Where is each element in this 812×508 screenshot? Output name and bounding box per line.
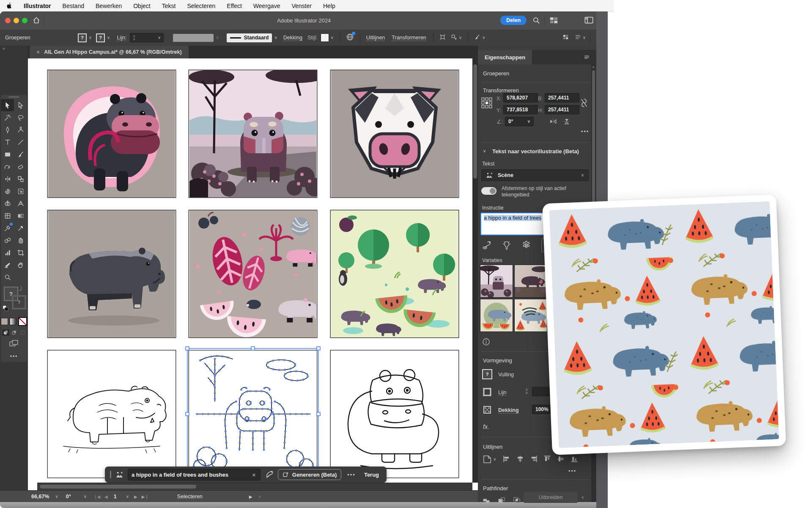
angle-field[interactable]: 0°∨ [505,117,534,126]
artboard-hippo-watermelon-pattern-green[interactable] [331,210,458,337]
artboard-chevron-icon[interactable]: ∨ [126,494,129,499]
menu-object[interactable]: Object [133,3,150,9]
t2v-type-dropdown[interactable]: Scène ∨ [481,169,589,181]
align-center-h-icon[interactable] [516,455,524,464]
horizontal-scroll-thumb[interactable] [40,485,196,489]
artboard-hippo-line-art-detailed[interactable] [48,351,176,478]
selection-tool[interactable] [1,99,14,111]
workspace-switcher-icon[interactable] [550,17,558,25]
arrange-chevron-icon[interactable]: ∨ [583,36,586,40]
gradient-button[interactable] [10,318,17,325]
lasso-tool[interactable] [14,111,27,124]
panel-layout-icon[interactable] [584,17,593,25]
stroke-style-dropdown[interactable]: Standaard [227,33,272,42]
fill-chevron-icon[interactable]: ∨ [89,36,92,40]
appearance-stroke-stepper[interactable]: ∧∨ [525,388,528,395]
align-to-chevron-icon[interactable]: ∨ [493,457,496,461]
zoom-chevron-icon[interactable]: ∨ [55,494,58,499]
align-link[interactable]: Uitlijnen [366,35,385,41]
align-more-options-icon[interactable]: ••• [568,468,576,474]
stroke-weight-field[interactable]: ∧∨ ∨ [130,33,164,42]
hand-tool[interactable] [14,259,27,271]
stroke-swatch-unknown[interactable]: ? [96,33,105,42]
t2v-collapse-icon[interactable]: ∨ [483,149,486,153]
close-document-icon[interactable]: × [36,49,40,55]
canvas[interactable]: × Genereren (Beta) ••• Terug [37,58,472,483]
line-segment-tool[interactable] [14,136,27,148]
y-field[interactable]: 737,8518 [503,105,538,114]
artboard-hippo-line-art-selected[interactable] [189,351,317,478]
type-tool[interactable] [1,136,14,148]
prompt-more-options-icon[interactable]: ••• [347,472,356,478]
flip-horizontal-icon[interactable] [549,118,557,127]
variation-thumbnail-2[interactable] [515,265,547,297]
artboard-hippo-watermelon-pattern-pink[interactable] [189,210,317,337]
recolor-brush-icon[interactable] [474,34,480,42]
artboard-hippo-logo-pink[interactable] [48,70,176,197]
variation-thumbnail-3[interactable] [480,299,513,331]
opacity-link[interactable]: Dekking [283,35,302,41]
menu-effect[interactable]: Effect [227,3,242,9]
fill-swatch-unknown[interactable]: ? [78,33,87,42]
appearance-stroke-swatch[interactable]: ???? [482,387,492,398]
artboard-tool[interactable] [14,246,27,259]
artboard-hippo-savanna-scene[interactable] [189,70,317,197]
align-top-icon[interactable] [543,455,551,464]
settings-gear-icon[interactable] [522,240,531,251]
perspective-grid-tool[interactable] [14,197,27,210]
reflect-tool[interactable] [1,173,14,185]
shaper-tool[interactable] [1,160,14,173]
transform-link[interactable]: Transformeren [392,35,426,41]
pathfinder-intersect-icon[interactable] [513,496,521,505]
canvas-horizontal-scrollbar[interactable] [37,483,472,491]
prompt-input[interactable] [128,469,261,480]
align-center-v-icon[interactable] [557,455,565,464]
arrange-documents-icon[interactable] [575,34,581,42]
height-field[interactable]: 257,4411 [545,105,579,114]
shape-builder-tool[interactable] [1,197,14,210]
intertwine-tool[interactable] [1,222,14,234]
swap-fill-stroke-icon[interactable]: ⤸ [19,286,22,291]
gradient-tool[interactable] [14,210,27,222]
zoom-tool[interactable] [1,271,14,283]
style-pickup-icon[interactable] [482,240,491,251]
column-graph-tool[interactable] [1,246,14,259]
reference-point-grid[interactable] [481,97,492,110]
pathfinder-unite-icon[interactable] [482,496,491,505]
recolor-chevron-icon[interactable]: ∨ [482,36,485,40]
stroke-style-chevron-icon[interactable]: ∨ [274,36,277,40]
edit-similar-chevron-icon[interactable]: ∨ [459,36,462,40]
pen-tool[interactable] [1,124,14,136]
free-transform-tool[interactable] [14,185,27,197]
tab-eigenschappen[interactable]: Eigenschappen [478,50,532,64]
artboard-hippo-gray-side-view[interactable] [48,210,176,337]
stroke-color-indicator[interactable]: ? [12,295,26,309]
edit-similar-icon[interactable] [451,34,457,42]
menu-venster[interactable]: Venster [291,3,311,9]
rotation-chevron-icon[interactable]: ∨ [84,494,87,499]
warp-tool[interactable] [1,185,14,197]
screen-mode-icon[interactable] [9,340,19,348]
document-setup-globe-icon[interactable] [346,33,354,43]
menu-selecteren[interactable]: Selecteren [187,3,215,9]
clear-prompt-icon[interactable]: × [252,471,256,478]
back-button[interactable]: Terug [364,472,379,478]
canvas-vertical-scrollbar[interactable] [472,58,478,483]
idea-lightbulb-icon[interactable] [502,240,511,251]
rotation-value[interactable]: 0° [66,494,71,500]
draw-behind-mode-icon[interactable] [11,329,18,336]
stroke-weight-label[interactable]: Lijn: [117,35,126,41]
draw-normal-mode-icon[interactable] [2,329,9,336]
magic-wand-tool[interactable] [1,111,14,124]
vertical-scroll-thumb[interactable] [473,64,477,179]
slice-tool[interactable] [1,259,14,271]
artboard-cow-face-geometric[interactable] [331,70,458,197]
paintbrush-tool[interactable] [14,148,27,160]
artboard-number-field[interactable]: 1 [114,494,117,500]
generate-button[interactable]: Genereren (Beta) [278,469,341,480]
color-button[interactable] [1,318,8,325]
symbol-sprayer-tool[interactable] [14,234,27,246]
menu-weergave[interactable]: Weergave [253,3,280,9]
variation-thumbnail-4[interactable] [515,299,547,331]
match-style-toggle[interactable] [481,187,497,195]
